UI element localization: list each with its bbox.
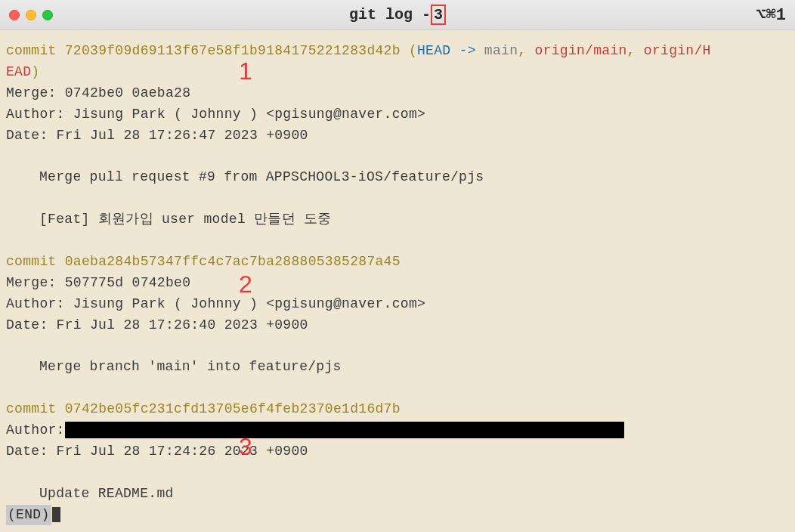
commit-entry: commit 0742be05fc231cfd13705e6f4feb2370e…: [6, 399, 789, 420]
author-line-redacted: Author:: [6, 420, 789, 441]
ref-head: HEAD ->: [417, 43, 484, 58]
redacted-author: [65, 422, 624, 438]
commit-hash-line: commit 0742be05fc231cfd13705e6f4feb2370e…: [6, 401, 401, 416]
minimize-button[interactable]: [26, 10, 36, 20]
blank-line: [6, 230, 789, 252]
title-highlight: 3: [431, 5, 446, 25]
commit-entry-line2: EAD): [6, 62, 789, 83]
author-line: Author: Jisung Park ( Johnny ) <pgisung@…: [6, 294, 789, 315]
date-line: Date: Fri Jul 28 17:26:47 2023 +0900: [6, 125, 789, 147]
close-button[interactable]: [9, 10, 20, 20]
commit-message: Merge branch 'main' into feature/pjs: [6, 357, 789, 378]
terminal-output[interactable]: commit 72039f09d69113f67e58f1b9184175221…: [0, 30, 795, 525]
commit-hash-line: commit 72039f09d69113f67e58f1b9184175221…: [6, 43, 401, 58]
blank-line: [6, 188, 789, 209]
shortcut-hint: ⌥⌘1: [756, 5, 786, 25]
annotation-3: 3: [239, 433, 252, 461]
blank-line: [6, 146, 789, 167]
window-title: git log -3: [349, 6, 446, 23]
commit-message: Merge pull request #9 from APPSCHOOL3-iO…: [6, 167, 789, 188]
annotation-2: 2: [239, 271, 252, 298]
pager-end: (END): [6, 505, 789, 526]
date-line: Date: Fri Jul 28 17:26:40 2023 +0900: [6, 315, 789, 336]
commit-hash-line: commit 0aeba284b57347ffc4c7ac7ba28880538…: [6, 254, 401, 269]
blank-line: [6, 378, 789, 399]
blank-line: [6, 336, 789, 357]
ref-branch-main: main: [484, 43, 518, 58]
ref-origin-main: origin/main: [534, 43, 626, 58]
merge-line: Merge: 0742be0 0aeba28: [6, 83, 789, 104]
commit-entry: commit 0aeba284b57347ffc4c7ac7ba28880538…: [6, 252, 789, 273]
title-prefix: git log -: [349, 6, 431, 23]
title-bar: git log -3 ⌥⌘1: [0, 0, 795, 30]
commit-message: [Feat] 회원가입 user model 만들던 도중: [6, 209, 789, 230]
cursor: [52, 507, 60, 522]
date-line: Date: Fri Jul 28 17:24:26 2023 +0900: [6, 441, 789, 462]
blank-line: [6, 462, 789, 484]
commit-entry: commit 72039f09d69113f67e58f1b9184175221…: [6, 41, 789, 62]
author-line: Author: Jisung Park ( Johnny ) <pgisung@…: [6, 104, 789, 125]
commit-message: Update README.md: [6, 484, 789, 505]
window-controls: [9, 10, 53, 20]
merge-line: Merge: 507775d 0742be0: [6, 273, 789, 294]
ref-origin-head: origin/H: [644, 43, 711, 58]
maximize-button[interactable]: [42, 10, 53, 20]
end-marker: (END): [6, 505, 51, 526]
annotation-1: 1: [239, 57, 252, 85]
